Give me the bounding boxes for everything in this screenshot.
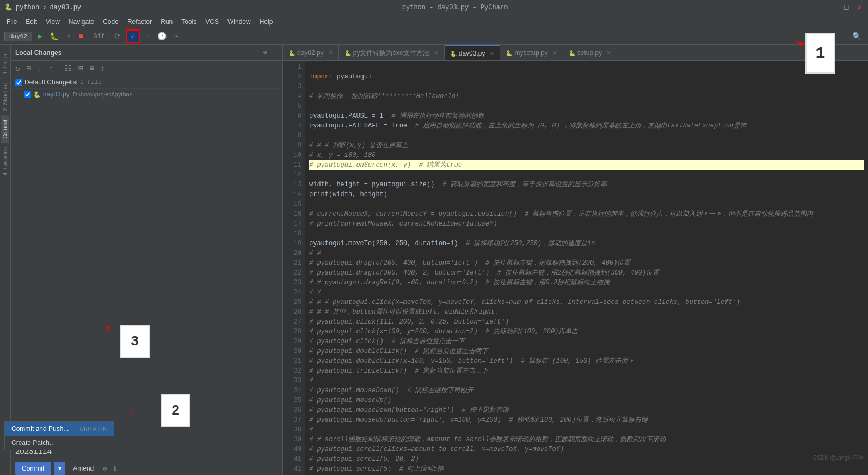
code-line-18 <box>309 229 864 239</box>
changelist-header[interactable]: Default Changelist 1 file <box>11 76 282 89</box>
menu-item-view[interactable]: View <box>41 17 64 27</box>
line-num-10: 10 <box>286 150 301 160</box>
maximize-btn[interactable]: □ <box>842 3 851 12</box>
commit-push-label: Commit and Push... <box>11 425 69 433</box>
group-btn[interactable]: ≡ <box>87 63 96 74</box>
line-num-16: 16 <box>286 209 301 219</box>
file-name: day03.py <box>50 4 81 11</box>
code-line-29: # pyautogui.click() # 鼠标当前位置点击一下 <box>309 337 864 346</box>
tab-label-3: mysetup.py <box>514 49 547 57</box>
right-panel: 🐍day02.py✕🐍py文件转换为exe文件方法✕🐍day03.py✕🐍mys… <box>283 45 868 475</box>
menu-item-edit[interactable]: Edit <box>21 17 41 27</box>
sidebar-project-icon[interactable]: 1: Project <box>1 47 9 78</box>
file-item-day03[interactable]: 🐍 day03.py D:\book\project\python <box>11 89 282 100</box>
tab-close-2[interactable]: ✕ <box>489 50 494 57</box>
line-num-11: 11 <box>286 160 301 170</box>
tab-close-3[interactable]: ✕ <box>552 50 557 57</box>
sidebar-commit-icon[interactable]: Commit <box>1 115 9 143</box>
panel-actions: ⚙ — <box>262 47 278 58</box>
code-line-10: # x, y = 180, 180 <box>309 150 864 160</box>
titlebar: 🐍 python › day03.py python - day03.py - … <box>0 0 868 15</box>
tab-label-2: day03.py <box>459 50 485 57</box>
stop-btn[interactable]: ■ <box>77 31 85 42</box>
changelist-checkbox[interactable] <box>15 79 22 86</box>
line-num-17: 17 <box>286 219 301 229</box>
file-checkbox[interactable] <box>24 91 31 98</box>
editor-tab-1[interactable]: 🐍py文件转换为exe文件方法✕ <box>339 45 445 60</box>
sidebar-favorites-icon[interactable]: 4: Favorites <box>1 143 9 180</box>
line-num-12: 12 <box>286 170 301 180</box>
code-line-36: # pyautogui.mouseDown(button='right') # … <box>309 405 864 415</box>
tab-close-0[interactable]: ✕ <box>328 50 333 57</box>
menu-item-refactor[interactable]: Refactor <box>123 17 156 27</box>
commit-info-btn[interactable]: ℹ <box>112 464 118 474</box>
create-patch-item[interactable]: Create Patch... <box>5 436 114 450</box>
commit-and-push-item[interactable]: Commit and Push... Ctrl+Alt+K <box>5 422 114 436</box>
expand-btn[interactable]: ⊞ <box>76 63 85 74</box>
debug-btn[interactable]: 🐛 <box>47 31 61 42</box>
line-num-33: 33 <box>286 376 301 386</box>
menu-item-navigate[interactable]: Navigate <box>64 17 99 27</box>
commit-button[interactable]: Commit <box>15 462 51 475</box>
window-title: python - day03.py - PyCharm <box>402 4 508 11</box>
separator: › <box>42 4 46 11</box>
code-line-12 <box>309 170 864 180</box>
line-num-28: 28 <box>286 327 301 337</box>
run-config-selector[interactable]: day02 <box>4 32 32 41</box>
menu-item-file[interactable]: File <box>2 17 21 27</box>
line-num-5: 5 <box>286 101 301 111</box>
menu-item-run[interactable]: Run <box>156 17 177 27</box>
show-diff-btn[interactable]: ⊟ <box>24 63 33 74</box>
line-num-14: 14 <box>286 190 301 199</box>
code-line-42: # pyautogui.scroll(5) # 向上滚动5格 <box>309 464 864 474</box>
create-patch-label: Create Patch... <box>11 439 55 447</box>
refresh-btn[interactable]: ↻ <box>13 63 22 74</box>
line-num-38: 38 <box>286 425 301 435</box>
code-line-31: # pyautogui.doubleClick(x=100, y=150, bu… <box>309 356 864 366</box>
sort-btn[interactable]: ↕ <box>99 63 107 74</box>
git-commit-btn[interactable]: ✓ <box>126 29 139 43</box>
code-line-15 <box>309 199 864 209</box>
panel-minimize-btn[interactable]: — <box>271 47 278 58</box>
line-num-4: 4 <box>286 92 301 101</box>
git-more-btn[interactable]: ⋯ <box>172 31 181 42</box>
move-btn[interactable]: ☷ <box>63 63 74 74</box>
jump-next-btn[interactable]: ↓ <box>35 63 44 74</box>
close-btn[interactable]: ✕ <box>855 3 864 12</box>
tab-close-1[interactable]: ✕ <box>434 50 439 57</box>
line-num-22: 22 <box>286 268 301 278</box>
git-push-btn[interactable]: ↑ <box>143 31 152 42</box>
menu-item-help[interactable]: Help <box>255 17 278 27</box>
code-editor: 1234567891011121314151617181920212223242… <box>283 61 868 475</box>
tab-label-1: py文件转换为exe文件方法 <box>353 48 429 58</box>
panel-settings-btn[interactable]: ⚙ <box>262 47 269 58</box>
commit-settings-btn[interactable]: ⚙ <box>101 464 108 474</box>
line-num-2: 2 <box>286 72 301 82</box>
sidebar-structure-icon[interactable]: 2: Structure <box>1 78 9 115</box>
code-content[interactable]: import pyautogui# 常用操作--控制鼠标**********He… <box>305 61 868 475</box>
editor-tab-2[interactable]: 🐍day03.py✕ <box>445 45 501 60</box>
git-update-btn[interactable]: ⟳ <box>112 31 123 42</box>
window-controls: — □ ✕ <box>829 3 864 12</box>
menu-item-tools[interactable]: Tools <box>177 17 201 27</box>
amend-button[interactable]: Amend <box>69 462 98 475</box>
editor-tab-4[interactable]: 🐍setup.py✕ <box>563 45 617 60</box>
jump-prev-btn[interactable]: ↑ <box>46 63 55 74</box>
minimize-btn[interactable]: — <box>829 3 838 12</box>
run-btn[interactable]: ▶ <box>35 31 44 42</box>
editor-tab-0[interactable]: 🐍day02.py✕ <box>283 45 339 60</box>
menu-item-window[interactable]: Window <box>223 17 255 27</box>
sidebar-icons: 1: Project 2: Structure Commit 4: Favori… <box>0 45 11 475</box>
commit-dropdown-btn[interactable]: ▼ <box>54 462 65 475</box>
watermark: CSDN @yang扯不停 <box>813 454 864 462</box>
code-line-38: # <box>309 425 864 435</box>
tab-close-4[interactable]: ✕ <box>606 50 611 57</box>
git-history-btn[interactable]: 🕐 <box>155 31 169 42</box>
menu-item-vcs[interactable]: VCS <box>201 17 223 27</box>
code-line-6: pyautogui.PAUSE = 1 # 调用在执行动作前暂停的秒数 <box>309 111 864 121</box>
search-btn[interactable]: 🔍 <box>850 31 864 42</box>
profile-btn[interactable]: ⚡ <box>64 31 73 42</box>
left-panel-header: Local Changes ⚙ — <box>11 45 282 61</box>
editor-tab-3[interactable]: 🐍mysetup.py✕ <box>500 45 563 60</box>
menu-item-code[interactable]: Code <box>99 17 123 27</box>
